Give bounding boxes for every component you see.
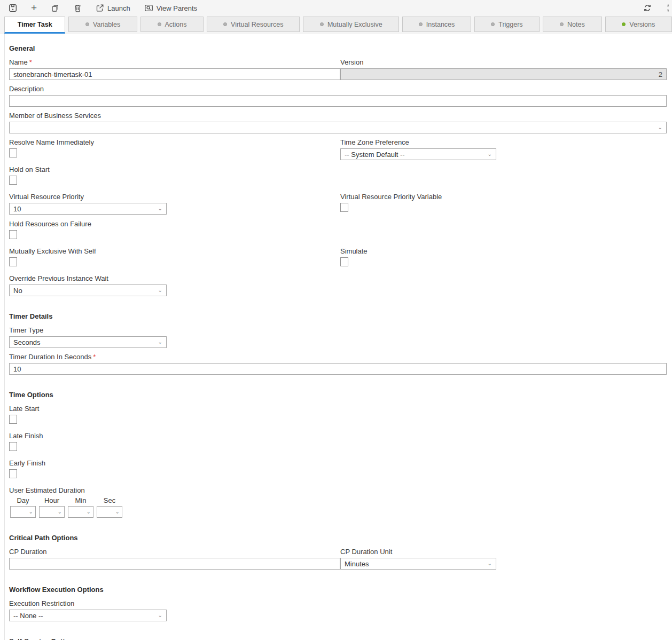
chevron-down-icon: ⌄	[488, 152, 492, 157]
vrp-value: 10	[13, 205, 156, 213]
tab-notes[interactable]: Notes	[543, 17, 601, 32]
resolve-name-checkbox[interactable]	[9, 148, 17, 157]
launch-label: Launch	[107, 4, 130, 12]
task-form: General Name* Version Description Member…	[4, 34, 672, 640]
tab-actions[interactable]: Actions	[140, 17, 204, 32]
section-workflow-execution: Workflow Execution Options	[9, 574, 667, 594]
tab-status-dot	[85, 22, 89, 26]
timer-type-label: Timer Type	[9, 326, 667, 334]
resolve-name-label: Resolve Name Immediately	[9, 138, 340, 146]
copy-icon	[51, 4, 60, 13]
version-field	[340, 68, 667, 80]
tab-timer-task[interactable]: Timer Task	[4, 17, 65, 34]
expand-icon	[667, 4, 669, 12]
chevron-down-icon: ⌄	[658, 125, 662, 130]
tab-label: Timer Task	[18, 21, 52, 28]
tab-label: Triggers	[498, 21, 522, 28]
cp-duration-unit-value: Minutes	[345, 560, 486, 568]
launch-icon	[96, 4, 104, 12]
tab-label: Notes	[567, 21, 585, 28]
tab-variables[interactable]: Variables	[68, 17, 137, 32]
timer-duration-input[interactable]	[9, 363, 667, 375]
mutually-exclusive-self-checkbox[interactable]	[9, 257, 17, 266]
ued-hour-header: Hour	[39, 496, 65, 504]
tab-label: Variables	[93, 21, 120, 28]
tab-status-dot	[320, 22, 324, 26]
vrp-select[interactable]: 10 ⌄	[9, 203, 167, 215]
ued-min-header: Min	[68, 496, 93, 504]
timer-type-value: Seconds	[13, 338, 156, 346]
override-wait-label: Override Previous Instance Wait	[9, 274, 667, 282]
expand-button[interactable]	[663, 2, 669, 14]
view-parents-button[interactable]: View Parents	[141, 2, 200, 14]
cp-duration-input[interactable]	[9, 558, 340, 570]
override-wait-select[interactable]: No ⌄	[9, 285, 167, 296]
tab-label: Virtual Resources	[231, 21, 283, 28]
ued-day-select[interactable]: ⌄	[10, 506, 36, 518]
early-finish-checkbox[interactable]	[9, 469, 17, 478]
mutually-exclusive-self-label: Mutually Exclusive With Self	[9, 247, 340, 255]
section-general: General	[9, 34, 667, 52]
tab-label: Mutually Exclusive	[327, 21, 382, 28]
refresh-icon	[643, 4, 652, 12]
section-critical-path: Critical Path Options	[9, 523, 667, 542]
version-label: Version	[340, 58, 667, 66]
timezone-label: Time Zone Preference	[340, 138, 667, 146]
tab-status-dot	[560, 22, 564, 26]
execution-restriction-value: -- None --	[13, 612, 156, 620]
delete-button[interactable]	[71, 2, 85, 14]
description-input[interactable]	[9, 95, 667, 107]
tab-triggers[interactable]: Triggers	[474, 17, 540, 32]
timezone-select[interactable]: -- System Default -- ⌄	[340, 148, 496, 160]
required-marker: *	[29, 58, 32, 66]
hold-resources-label: Hold Resources on Failure	[9, 220, 667, 228]
toolbar: + Launch	[0, 0, 672, 16]
vrp-label: Virtual Resource Priority	[9, 193, 340, 201]
tab-label: Versions	[629, 21, 655, 28]
chevron-down-icon: ⌄	[158, 206, 162, 211]
simulate-checkbox[interactable]	[340, 257, 348, 266]
chevron-down-icon: ⌄	[158, 339, 162, 345]
execution-restriction-select[interactable]: -- None -- ⌄	[9, 610, 167, 621]
save-button[interactable]	[5, 2, 20, 14]
cp-duration-unit-select[interactable]: Minutes ⌄	[340, 558, 496, 570]
launch-button[interactable]: Launch	[92, 2, 134, 14]
user-estimated-duration-label: User Estimated Duration	[9, 486, 667, 494]
copy-button[interactable]	[48, 2, 63, 14]
timer-duration-label: Timer Duration In Seconds*	[9, 353, 667, 361]
late-finish-checkbox[interactable]	[9, 442, 17, 451]
ued-min-select[interactable]: ⌄	[68, 506, 93, 518]
tab-status-dot	[158, 22, 161, 26]
view-parents-label: View Parents	[157, 4, 197, 12]
add-button[interactable]: +	[28, 3, 40, 13]
late-finish-label: Late Finish	[9, 432, 667, 440]
vrp-variable-label: Virtual Resource Priority Variable	[340, 193, 667, 201]
tab-label: Instances	[426, 21, 455, 28]
timezone-value: -- System Default --	[345, 151, 486, 159]
ued-hour-select[interactable]: ⌄	[39, 506, 65, 518]
tab-instances[interactable]: Instances	[402, 17, 471, 32]
late-start-label: Late Start	[9, 405, 667, 413]
tab-status-dot	[419, 22, 423, 26]
name-label: Name*	[9, 58, 340, 66]
section-self-service: Self-Service Options	[9, 626, 667, 640]
business-services-select[interactable]: ⌄	[9, 122, 667, 133]
section-timer-details: Timer Details	[9, 301, 667, 320]
vrp-variable-checkbox[interactable]	[340, 203, 348, 212]
tab-versions[interactable]: Versions	[605, 17, 672, 32]
chevron-down-icon: ⌄	[115, 509, 120, 515]
timer-type-select[interactable]: Seconds ⌄	[9, 336, 167, 348]
hold-resources-checkbox[interactable]	[9, 230, 17, 239]
hold-on-start-checkbox[interactable]	[9, 176, 17, 185]
late-start-checkbox[interactable]	[9, 415, 17, 424]
tab-virtual-resources[interactable]: Virtual Resources	[207, 17, 300, 32]
plus-icon: +	[31, 4, 37, 12]
name-input[interactable]	[9, 68, 340, 80]
chevron-down-icon: ⌄	[58, 509, 62, 515]
business-services-label: Member of Business Services	[9, 112, 667, 120]
refresh-button[interactable]	[640, 2, 655, 14]
tab-mutually-exclusive[interactable]: Mutually Exclusive	[303, 17, 399, 32]
ued-sec-select[interactable]: ⌄	[97, 506, 122, 518]
tab-status-dot	[491, 22, 495, 26]
ued-day-header: Day	[10, 496, 36, 504]
